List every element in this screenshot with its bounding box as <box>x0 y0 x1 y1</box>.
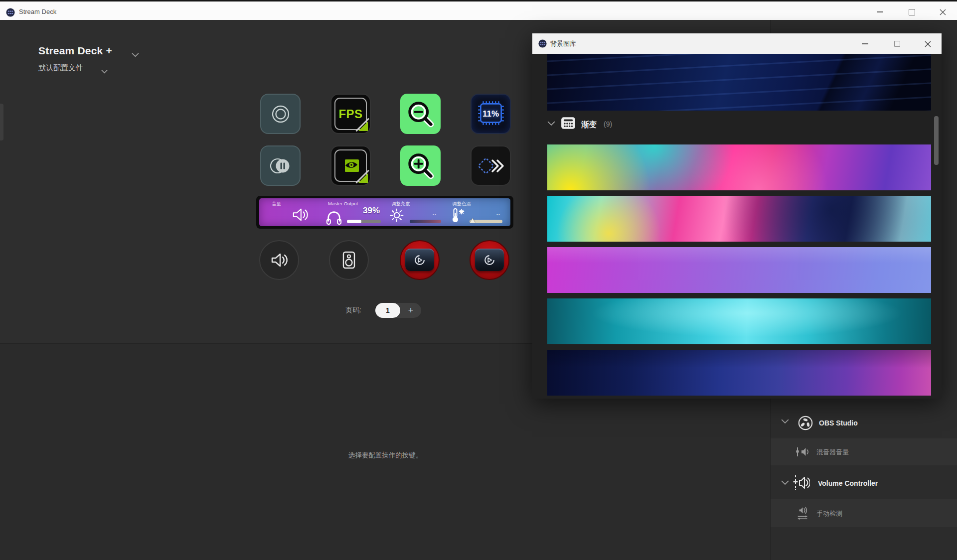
action-label: 手动检测 <box>816 509 842 518</box>
gallery-maximize-button[interactable] <box>887 35 907 52</box>
diamond-skip-icon <box>476 157 506 175</box>
dial-monitor-speaker[interactable] <box>329 240 369 280</box>
section-name: 渐变 <box>581 120 597 130</box>
headphones-icon <box>324 208 344 225</box>
device-menu-chevron[interactable] <box>132 50 139 59</box>
gradient-thumbnail[interactable] <box>547 196 931 242</box>
volume-controller-icon <box>792 473 810 492</box>
chevron-down-icon <box>132 52 139 57</box>
chevron-down-icon <box>781 480 789 485</box>
key-pause-recording[interactable] <box>260 145 301 186</box>
pause-record-icon <box>268 156 294 176</box>
speaker-icon <box>290 207 310 223</box>
elgato-logo-icon <box>482 253 496 267</box>
dial-volume[interactable] <box>259 240 299 280</box>
profile-chevron[interactable] <box>101 67 108 76</box>
brightness-value: -- <box>433 212 437 217</box>
gradients-section-header[interactable]: 渐变 (9) <box>532 111 931 140</box>
gradient-thumbnail[interactable] <box>547 350 931 396</box>
gallery-minimize-button[interactable] <box>855 35 875 52</box>
color-temp-value: -- <box>496 212 500 217</box>
left-edge-tab[interactable] <box>0 104 3 140</box>
gallery-scrollbar-thumb[interactable] <box>934 116 939 165</box>
dial-keycap <box>475 249 504 271</box>
cpu-usage-value: 11% <box>472 95 510 133</box>
thermometer-icon <box>449 207 466 224</box>
stream-deck-logo-icon <box>538 39 547 48</box>
gallery-close-button[interactable] <box>918 35 938 52</box>
close-button[interactable] <box>931 3 954 21</box>
page-switcher: 1 + <box>375 303 421 318</box>
dial-keycap <box>405 249 434 271</box>
gradient-thumbnail[interactable] <box>547 54 931 111</box>
obs-studio-icon <box>797 415 814 431</box>
key-fps-overlay[interactable]: FPS <box>330 94 371 134</box>
touch-strip[interactable]: 音量 Master Output 39% 调整亮度 -- 调整色温 <box>259 198 510 226</box>
speaker-icon <box>269 252 289 269</box>
speaker-box-icon <box>341 250 356 270</box>
stream-deck-app: Stream Deck Stream Deck + 默认配置文件 FPS <box>0 0 957 560</box>
minimize-icon <box>877 11 883 12</box>
close-icon <box>925 41 931 47</box>
zoom-out-icon <box>406 100 435 129</box>
chevron-down-icon <box>781 419 789 424</box>
brightness-label: 调整亮度 <box>391 201 410 207</box>
group-label: OBS Studio <box>819 419 858 427</box>
dial-game-capture-2[interactable] <box>470 240 509 280</box>
gallery-title: 背景图库 <box>550 33 576 54</box>
minimize-icon <box>862 43 868 44</box>
corner-triangle <box>358 122 368 131</box>
main-titlebar: Stream Deck <box>0 0 957 20</box>
master-output-value: 39% <box>347 206 380 216</box>
corner-triangle <box>358 173 368 183</box>
background-gallery-window: 背景图库 渐变 (9) <box>532 33 942 399</box>
close-icon <box>940 9 946 15</box>
color-temp-bar[interactable] <box>470 220 502 223</box>
chevron-down-icon <box>547 121 555 126</box>
sidebar-group-obs[interactable]: OBS Studio <box>771 408 957 438</box>
action-label: 混音器音量 <box>816 448 849 457</box>
section-count: (9) <box>604 120 612 128</box>
gradient-thumbnail[interactable] <box>547 298 931 344</box>
sidebar-action-manual-detect[interactable]: 手动检测 <box>771 499 957 527</box>
add-page-button[interactable]: + <box>400 303 421 318</box>
current-page-button[interactable]: 1 <box>375 303 400 318</box>
key-nvidia-overlay[interactable] <box>330 145 371 186</box>
dial-game-capture-1[interactable] <box>400 240 440 280</box>
device-name: Stream Deck + <box>38 45 112 57</box>
manual-detect-icon <box>796 506 810 521</box>
empty-selection-hint: 选择要配置操作的按键。 <box>289 451 481 460</box>
color-temp-thumb[interactable] <box>470 218 475 223</box>
page-label: 页码: <box>345 306 361 315</box>
chevron-down-icon <box>101 69 108 74</box>
master-output-bar[interactable] <box>347 220 381 223</box>
elgato-logo-icon <box>413 253 427 267</box>
key-zoom-out[interactable] <box>400 94 441 134</box>
record-circle-icon <box>270 103 292 125</box>
stream-deck-device-icon <box>560 116 576 130</box>
sidebar-action-mixer-volume[interactable]: 混音器音量 <box>771 438 957 465</box>
key-cpu-usage[interactable]: 11% <box>471 94 511 134</box>
sun-icon <box>389 208 404 223</box>
volume-section-label: 音量 <box>272 201 281 207</box>
stream-deck-logo-icon <box>6 8 15 17</box>
window-title: Stream Deck <box>19 2 56 21</box>
maximize-icon <box>909 9 915 15</box>
gallery-titlebar: 背景图库 <box>532 33 942 54</box>
minimize-button[interactable] <box>868 3 891 21</box>
zoom-in-icon <box>406 151 435 180</box>
mixer-volume-icon <box>795 446 810 458</box>
profile-selector[interactable]: 默认配置文件 <box>38 63 83 73</box>
maximize-icon <box>894 41 900 47</box>
sidebar-group-volume-controller[interactable]: Volume Controller <box>771 467 957 499</box>
gradient-thumbnail[interactable] <box>547 247 931 293</box>
master-output-bar-fill <box>347 220 361 223</box>
gradient-thumbnail[interactable] <box>547 144 931 190</box>
key-record[interactable] <box>260 94 301 134</box>
group-label: Volume Controller <box>818 479 878 487</box>
brightness-bar[interactable] <box>410 220 441 223</box>
maximize-button[interactable] <box>900 3 923 21</box>
key-skip-forward[interactable] <box>471 145 511 186</box>
key-zoom-in[interactable] <box>400 145 441 186</box>
